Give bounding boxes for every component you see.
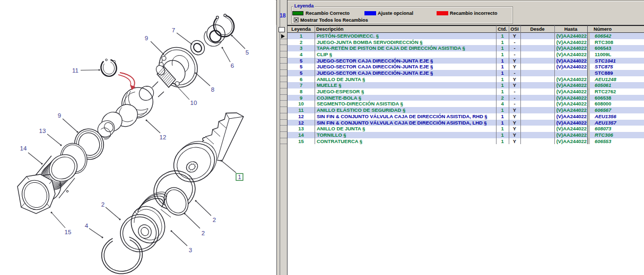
svg-text:8: 8 — [211, 86, 214, 93]
svg-text:10: 10 — [190, 100, 197, 106]
svg-text:3: 3 — [189, 247, 192, 253]
svg-text:13: 13 — [39, 128, 46, 134]
svg-text:4: 4 — [85, 223, 89, 229]
svg-text:11: 11 — [72, 67, 79, 74]
svg-text:5: 5 — [246, 49, 249, 56]
svg-text:2: 2 — [101, 201, 105, 208]
svg-text:9: 9 — [58, 112, 61, 119]
svg-text:15: 15 — [65, 229, 72, 235]
svg-text:2: 2 — [202, 230, 205, 236]
svg-text:12: 12 — [160, 134, 167, 140]
svg-text:1: 1 — [238, 174, 241, 180]
svg-text:7: 7 — [172, 27, 175, 33]
svg-text:2: 2 — [213, 217, 216, 223]
svg-text:9: 9 — [145, 35, 148, 41]
svg-text:14: 14 — [20, 145, 27, 152]
svg-text:6: 6 — [231, 63, 234, 69]
